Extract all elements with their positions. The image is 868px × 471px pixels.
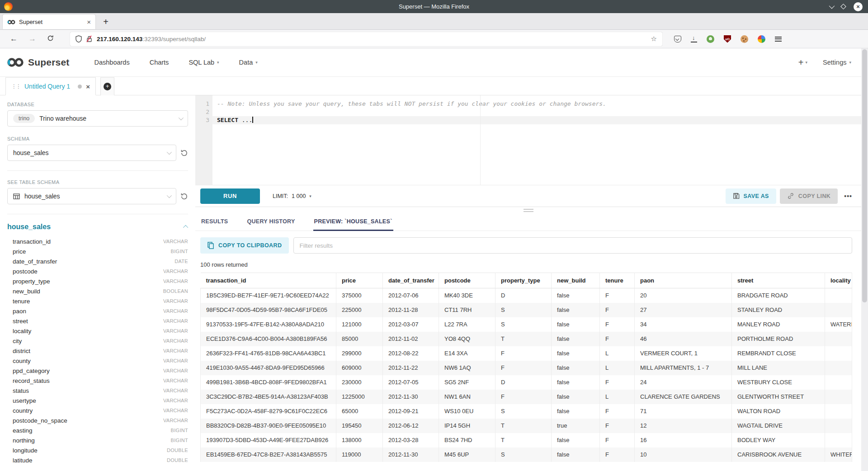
column-row[interactable]: new_build BOOLEAN: [7, 286, 188, 296]
column-row[interactable]: city VARCHAR: [7, 336, 188, 346]
column-header[interactable]: property_type: [495, 273, 552, 288]
pane-drag-handle-icon[interactable]: [524, 209, 533, 212]
query-tab-close-icon[interactable]: ×: [86, 83, 90, 90]
new-tab-button[interactable]: +: [99, 15, 113, 28]
table-row[interactable]: 98F5DC47-0D05-4D59-95B7-98CA6F1FDE05 225…: [201, 303, 852, 317]
ublock-origin-icon[interactable]: uO: [724, 35, 731, 43]
column-row[interactable]: record_status VARCHAR: [7, 376, 188, 386]
editor-code-area[interactable]: -- Note: Unless you save your query, the…: [212, 95, 861, 185]
table-row[interactable]: 499B1981-3B6B-4BCD-808F-9FED9802BFA1 230…: [201, 375, 852, 390]
new-query-tab-button[interactable]: +: [100, 77, 114, 95]
insecure-lock-icon[interactable]: [86, 35, 93, 42]
column-row[interactable]: tenure VARCHAR: [7, 296, 188, 306]
filter-results-input[interactable]: [293, 237, 852, 254]
column-row[interactable]: latitude DOUBLE: [7, 455, 188, 465]
tab-query-history[interactable]: QUERY HISTORY: [246, 215, 296, 231]
table-row[interactable]: 419E1030-9A55-4467-8DA9-9FED95D65966 609…: [201, 361, 852, 375]
cell-price: 65000: [336, 404, 383, 419]
table-row[interactable]: F5C273AC-0D2A-458F-8279-9C61F0C22EC6 650…: [201, 404, 852, 419]
add-new-menu[interactable]: +▾: [798, 57, 807, 68]
cell-locality: [825, 390, 852, 404]
column-header[interactable]: postcode: [439, 273, 495, 288]
table-row[interactable]: 193907D3-5DBD-453D-A49E-9FEE27DAB926 138…: [201, 433, 852, 447]
limit-dropdown[interactable]: LIMIT: 1 000 ▾: [273, 193, 311, 199]
privacy-badger-icon[interactable]: [707, 35, 714, 43]
table-row[interactable]: 3C3C29DC-B7B2-4BE5-914A-A38123AF403B 122…: [201, 390, 852, 404]
downloads-icon[interactable]: [691, 36, 697, 42]
column-row[interactable]: price BIGINT: [7, 246, 188, 256]
save-as-button[interactable]: SAVE AS: [726, 188, 776, 204]
sql-editor[interactable]: 123 -- Note: Unless you save your query,…: [195, 95, 861, 185]
column-header[interactable]: locality: [825, 273, 852, 288]
settings-menu[interactable]: Settings▾: [823, 59, 851, 66]
column-row[interactable]: locality VARCHAR: [7, 326, 188, 336]
table-name-heading[interactable]: house_sales: [7, 223, 51, 231]
column-header[interactable]: transaction_id: [201, 273, 336, 288]
column-row[interactable]: country VARCHAR: [7, 405, 188, 415]
nav-item-data[interactable]: Data▾: [239, 59, 258, 66]
window-close-icon[interactable]: ×: [854, 2, 863, 11]
column-row[interactable]: postcode_no_space VARCHAR: [7, 415, 188, 425]
table-row[interactable]: ECE1D376-C9A6-4C00-B004-A380B189FA56 850…: [201, 332, 852, 346]
column-header[interactable]: new_build: [552, 273, 600, 288]
tab-close-icon[interactable]: ×: [87, 18, 91, 26]
refresh-icon[interactable]: [180, 193, 188, 200]
bookmark-star-icon[interactable]: ☆: [651, 35, 657, 43]
superset-brand[interactable]: Superset: [6, 57, 69, 68]
column-header[interactable]: date_of_transfer: [383, 273, 439, 288]
column-row[interactable]: street VARCHAR: [7, 316, 188, 326]
table-row[interactable]: 2636F323-FF41-4765-81DB-98CAA6A43BC1 299…: [201, 346, 852, 361]
refresh-icon[interactable]: [180, 149, 188, 157]
menu-hamburger-icon[interactable]: [775, 37, 782, 42]
cookie-extension-icon[interactable]: [741, 35, 748, 43]
run-button[interactable]: RUN: [200, 188, 260, 204]
reload-button[interactable]: [47, 35, 54, 43]
tab-preview-house-sales[interactable]: PREVIEW: `HOUSE_SALES`: [313, 215, 393, 231]
column-header[interactable]: street: [732, 273, 825, 288]
database-select[interactable]: trino Trino warehouse: [7, 110, 188, 127]
copy-link-button[interactable]: COPY LINK: [780, 188, 838, 204]
column-header[interactable]: price: [336, 273, 383, 288]
table-select[interactable]: house_sales: [7, 188, 176, 204]
nav-item-charts[interactable]: Charts: [150, 59, 169, 66]
more-actions-button[interactable]: •••: [844, 193, 852, 200]
column-row[interactable]: status VARCHAR: [7, 386, 188, 396]
extension-icon[interactable]: [758, 35, 765, 43]
column-row[interactable]: district VARCHAR: [7, 346, 188, 356]
column-row[interactable]: transaction_id VARCHAR: [7, 236, 188, 246]
table-row[interactable]: 1B5C39ED-BE7F-41EF-9E71-9C60EED74A22 375…: [201, 288, 852, 303]
column-row[interactable]: property_type VARCHAR: [7, 276, 188, 286]
column-row[interactable]: date_of_transfer DATE: [7, 256, 188, 266]
table-row[interactable]: EB1459EB-67ED-47C8-B2E7-A38143AB5575 119…: [201, 447, 852, 462]
nav-item-sql-lab[interactable]: SQL Lab▾: [189, 59, 219, 66]
column-row[interactable]: easting BIGINT: [7, 425, 188, 435]
forward-button[interactable]: →: [28, 34, 36, 43]
table-row[interactable]: 91370533-19F5-47FE-B142-A380A8ADA210 121…: [201, 317, 852, 332]
column-row[interactable]: northing BIGINT: [7, 435, 188, 445]
tab-results[interactable]: RESULTS: [200, 215, 229, 231]
copy-to-clipboard-button[interactable]: COPY TO CLIPBOARD: [200, 237, 289, 254]
nav-item-dashboards[interactable]: Dashboards: [94, 59, 129, 66]
collapse-chevron-up-icon[interactable]: [183, 225, 188, 230]
query-tab-untitled-query-1[interactable]: ⋮⋮ Untitled Query 1 ×: [5, 77, 96, 95]
column-header[interactable]: paon: [635, 273, 732, 288]
table-row[interactable]: BB8320C9-D82B-4B37-90E0-9FEE05095E10 195…: [201, 419, 852, 433]
column-row[interactable]: paon VARCHAR: [7, 306, 188, 316]
url-field[interactable]: 217.160.120.143:32393/superset/sqllab/ ☆: [70, 32, 662, 46]
page-scrollbar[interactable]: [861, 48, 868, 471]
column-row[interactable]: ppd_category VARCHAR: [7, 366, 188, 376]
schema-select[interactable]: house_sales: [7, 145, 176, 161]
window-maximize-icon[interactable]: [840, 4, 846, 9]
window-minimize-icon[interactable]: [829, 3, 835, 9]
drag-handle-icon[interactable]: ⋮⋮: [11, 83, 20, 89]
column-row[interactable]: usertype VARCHAR: [7, 396, 188, 405]
column-row[interactable]: postcode VARCHAR: [7, 266, 188, 276]
pocket-icon[interactable]: [674, 36, 681, 42]
column-header[interactable]: tenure: [600, 273, 635, 288]
column-row[interactable]: longitude DOUBLE: [7, 445, 188, 455]
column-row[interactable]: county VARCHAR: [7, 356, 188, 366]
back-button[interactable]: ←: [10, 34, 18, 43]
browser-tab[interactable]: Superset ×: [3, 14, 95, 29]
tracking-shield-icon[interactable]: [75, 35, 82, 42]
scrollbar-thumb[interactable]: [862, 49, 867, 302]
